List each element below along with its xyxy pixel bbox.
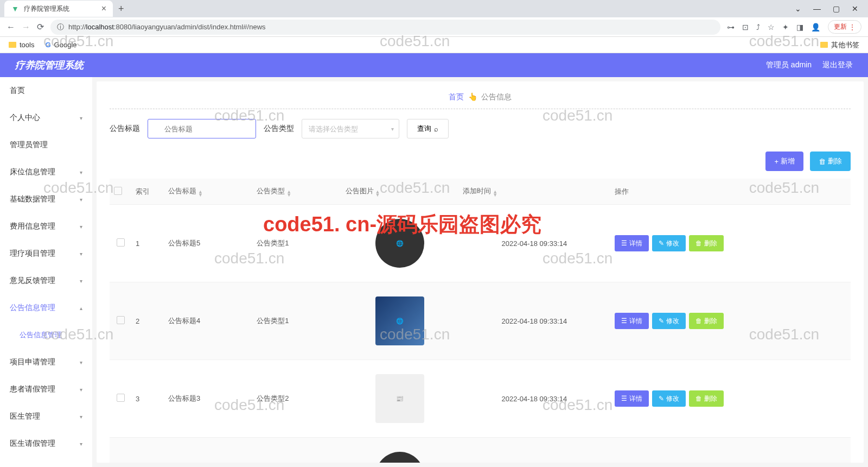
bookmark-google[interactable]: GGoogle bbox=[45, 41, 76, 49]
notice-image: 📰 bbox=[375, 374, 424, 423]
chevron-down-icon: ▾ bbox=[80, 115, 82, 121]
sidebar-item-home[interactable]: 首页 bbox=[0, 77, 92, 104]
edit-icon: ✎ bbox=[659, 395, 664, 402]
cell-type: 公告类型2 bbox=[252, 438, 341, 463]
close-window-icon[interactable]: ✕ bbox=[852, 4, 858, 13]
th-type[interactable]: 公告类型▲▼ bbox=[252, 179, 341, 205]
edit-button[interactable]: ✎ 修改 bbox=[652, 313, 686, 329]
chevron-down-icon: ▾ bbox=[80, 359, 82, 365]
url-path: :8080/liaoyangyuan/admin/dist/index.html… bbox=[114, 23, 266, 31]
row-checkbox[interactable] bbox=[117, 394, 125, 402]
list-icon: ☰ bbox=[621, 239, 627, 247]
filter-title-input[interactable] bbox=[148, 119, 256, 138]
row-delete-button[interactable]: 🗑 删除 bbox=[689, 390, 724, 407]
google-icon: G bbox=[45, 41, 50, 49]
chevron-down-icon: ▾ bbox=[80, 197, 82, 203]
breadcrumb-current: 公告信息 bbox=[481, 92, 512, 101]
bookmark-bar: tools GGoogle 其他书签 bbox=[0, 37, 868, 53]
row-checkbox[interactable] bbox=[117, 238, 125, 247]
new-tab-button[interactable]: + bbox=[113, 3, 130, 15]
edit-button[interactable]: ✎ 修改 bbox=[652, 390, 686, 407]
cell-time: 2022-04-18 09:33:14 bbox=[458, 282, 610, 360]
edit-button[interactable]: ✎ 修改 bbox=[652, 235, 686, 251]
browser-tab[interactable]: ▼ 疗养院管理系统 × bbox=[4, 1, 113, 17]
plus-icon: + bbox=[774, 157, 778, 166]
browser-chrome: ▼ 疗养院管理系统 × + ⌄ — ▢ ✕ ← → ⟳ ⓘ http://loc… bbox=[0, 0, 868, 53]
table-row: 4公告标题2公告类型2🌐2022-04-18 09:33:14☰ 详情✎ 修改🗑… bbox=[110, 438, 851, 463]
search-button[interactable]: 查询⌕ bbox=[407, 119, 449, 138]
th-title[interactable]: 公告标题▲▼ bbox=[164, 179, 252, 205]
sidebar-item-cost[interactable]: 费用信息管理▾ bbox=[0, 213, 92, 240]
th-actions: 操作 bbox=[610, 179, 851, 205]
extensions-icon[interactable]: ✦ bbox=[782, 23, 789, 31]
filter-type-select[interactable]: 请选择公告类型 bbox=[302, 119, 399, 138]
sidebar-item-basedata[interactable]: 基础数据管理▾ bbox=[0, 186, 92, 213]
row-delete-button[interactable]: 🗑 删除 bbox=[689, 313, 724, 329]
edit-icon: ✎ bbox=[659, 317, 664, 325]
filter-label-title: 公告标题 bbox=[110, 124, 140, 134]
bookmark-tools[interactable]: tools bbox=[9, 41, 34, 49]
sidebar-item-admin[interactable]: 管理员管理 bbox=[0, 131, 92, 159]
bookmark-icon[interactable]: ☆ bbox=[768, 23, 775, 31]
sidebar-item-bed[interactable]: 床位信息管理▾ bbox=[0, 159, 92, 186]
share-icon[interactable]: ⤴ bbox=[756, 23, 760, 31]
breadcrumb-home[interactable]: 首页 bbox=[449, 92, 464, 101]
sidebar-item-therapy[interactable]: 理疗项目管理▾ bbox=[0, 240, 92, 267]
add-button[interactable]: +新增 bbox=[765, 152, 803, 171]
back-icon[interactable]: ← bbox=[7, 22, 15, 32]
translate-icon[interactable]: ⊡ bbox=[742, 23, 749, 31]
th-image[interactable]: 公告图片▲▼ bbox=[341, 179, 459, 205]
sidebar-item-project[interactable]: 项目申请管理▾ bbox=[0, 349, 92, 376]
edit-icon: ✎ bbox=[659, 239, 664, 247]
app-title: 疗养院管理系统 bbox=[15, 59, 84, 72]
action-bar: +新增 🗑删除 bbox=[110, 152, 851, 171]
sidebar-item-personal[interactable]: 个人中心▾ bbox=[0, 104, 92, 131]
minimize-icon[interactable]: — bbox=[813, 4, 821, 13]
batch-delete-button[interactable]: 🗑删除 bbox=[810, 152, 851, 171]
row-checkbox[interactable] bbox=[117, 316, 125, 324]
sidebar-item-notice[interactable]: 公告信息管理▴ bbox=[0, 294, 92, 321]
cell-type: 公告类型2 bbox=[252, 360, 341, 438]
cell-title: 公告标题3 bbox=[164, 360, 252, 438]
forward-icon[interactable]: → bbox=[22, 22, 30, 32]
detail-button[interactable]: ☰ 详情 bbox=[615, 235, 649, 251]
maximize-icon[interactable]: ▢ bbox=[833, 4, 840, 13]
update-button[interactable]: 更新⋮ bbox=[828, 20, 861, 34]
trash-icon: 🗑 bbox=[695, 395, 702, 402]
sidebar-item-patient-leave[interactable]: 患者请假管理▾ bbox=[0, 376, 92, 403]
row-delete-button[interactable]: 🗑 删除 bbox=[689, 235, 724, 251]
sidebar: 首页 个人中心▾ 管理员管理 床位信息管理▾ 基础数据管理▾ 费用信息管理▾ 理… bbox=[0, 77, 92, 467]
logout-button[interactable]: 退出登录 bbox=[822, 60, 853, 70]
folder-icon bbox=[820, 42, 828, 48]
chevron-down-icon: ▾ bbox=[80, 251, 82, 257]
detail-button[interactable]: ☰ 详情 bbox=[615, 313, 649, 329]
notice-image: 🌐 bbox=[375, 296, 424, 345]
sort-icon: ▲▼ bbox=[286, 190, 291, 197]
cell-time: 2022-04-18 09:33:14 bbox=[458, 438, 610, 463]
sidebar-item-doctor[interactable]: 医生管理▾ bbox=[0, 403, 92, 430]
sidepanel-icon[interactable]: ◨ bbox=[796, 23, 803, 31]
select-all-checkbox[interactable] bbox=[114, 187, 122, 195]
cell-title: 公告标题5 bbox=[164, 205, 252, 282]
profile-icon[interactable]: 👤 bbox=[811, 23, 820, 31]
trash-icon: 🗑 bbox=[695, 317, 702, 325]
chevron-up-icon: ▴ bbox=[80, 305, 82, 311]
cell-type: 公告类型1 bbox=[252, 282, 341, 360]
reload-icon[interactable]: ⟳ bbox=[37, 22, 44, 32]
sidebar-item-doctor-leave[interactable]: 医生请假管理▾ bbox=[0, 430, 92, 457]
dropdown-icon[interactable]: ⌄ bbox=[795, 4, 801, 13]
detail-button[interactable]: ☰ 详情 bbox=[615, 390, 649, 407]
cell-title: 公告标题2 bbox=[164, 438, 252, 463]
close-icon[interactable]: × bbox=[101, 4, 106, 14]
key-icon[interactable]: ⊶ bbox=[727, 23, 735, 31]
url-input[interactable]: ⓘ http://localhost:8080/liaoyangyuan/adm… bbox=[50, 20, 720, 35]
filter-label-type: 公告类型 bbox=[264, 124, 294, 134]
sidebar-item-feedback[interactable]: 意见反馈管理▾ bbox=[0, 267, 92, 294]
cell-time: 2022-04-18 09:33:14 bbox=[458, 205, 610, 282]
th-time[interactable]: 添加时间▲▼ bbox=[458, 179, 610, 205]
list-icon: ☰ bbox=[621, 317, 627, 325]
cell-index: 2 bbox=[131, 282, 164, 360]
sidebar-subitem-notice[interactable]: 公告信息管理 bbox=[0, 321, 92, 349]
user-label[interactable]: 管理员 admin bbox=[766, 60, 812, 70]
bookmark-other[interactable]: 其他书签 bbox=[820, 40, 859, 50]
